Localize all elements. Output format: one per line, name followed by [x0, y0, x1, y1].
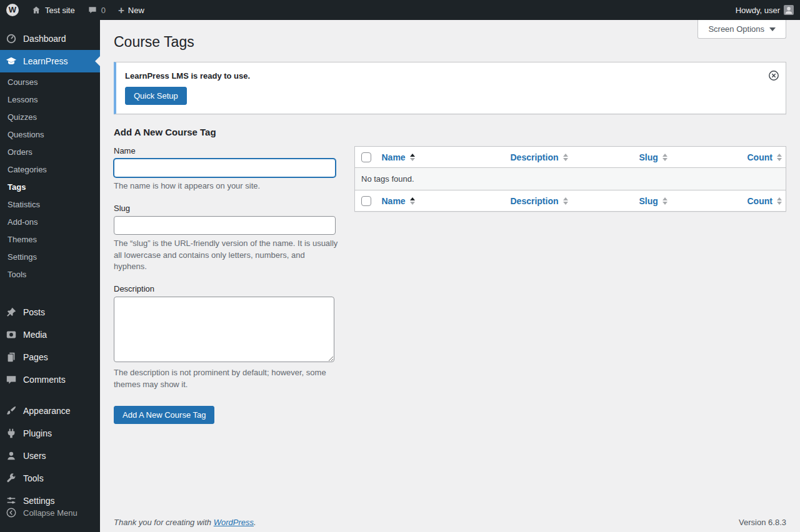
- page-title: Course Tags: [114, 20, 786, 58]
- home-icon: [31, 5, 41, 15]
- wordpress-logo-menu[interactable]: W: [0, 0, 25, 20]
- sidebar-item-label: Posts: [23, 307, 45, 317]
- column-footer-description: Description: [511, 196, 559, 206]
- submenu-item-categories[interactable]: Categories: [0, 161, 100, 179]
- add-tag-heading: Add A New Course Tag: [114, 127, 786, 137]
- submenu-item-settings[interactable]: Settings: [0, 249, 100, 266]
- tag-name-input[interactable]: [114, 159, 336, 177]
- site-name-link[interactable]: Test site: [25, 0, 81, 20]
- tag-slug-input[interactable]: [114, 216, 336, 235]
- sort-by-slug-link[interactable]: Slug: [639, 152, 668, 162]
- new-label: New: [128, 6, 144, 15]
- sidebar-item-dashboard[interactable]: Dashboard: [0, 27, 100, 50]
- sidebar-item-label: Media: [23, 330, 47, 340]
- sidebar-item-label: Tools: [23, 473, 44, 483]
- footer-thanks-text: Thank you for creating with WordPress.: [114, 518, 256, 527]
- sidebar-item-label: Pages: [23, 352, 48, 362]
- sidebar-item-plugins[interactable]: Plugins: [0, 422, 100, 445]
- notice-message: LearnPress LMS is ready to use.: [125, 71, 761, 81]
- sidebar-item-learnpress[interactable]: LearnPress: [0, 50, 100, 72]
- dismiss-notice-button[interactable]: [767, 69, 781, 82]
- sidebar-item-appearance[interactable]: Appearance: [0, 400, 100, 422]
- menu-separator: [0, 292, 100, 301]
- submenu-item-courses[interactable]: Courses: [0, 74, 100, 91]
- collapse-menu-button[interactable]: Collapse Menu: [0, 502, 100, 523]
- submenu-item-quizzes[interactable]: Quizzes: [0, 109, 100, 126]
- posts-pin-icon: [5, 306, 18, 318]
- close-icon: [768, 70, 779, 81]
- submenu-item-addons[interactable]: Add-ons: [0, 214, 100, 231]
- sidebar-item-users[interactable]: Users: [0, 445, 100, 467]
- table-header-row: Name Description Slug: [355, 146, 786, 167]
- tags-table-wrap: Name Description Slug: [354, 146, 786, 212]
- name-sort-indicator-icon: [410, 197, 415, 205]
- plus-icon: +: [118, 5, 124, 16]
- dashboard-icon: [5, 32, 18, 45]
- sidebar-item-label: Comments: [23, 375, 66, 385]
- footer-thanks-prefix: Thank you for creating with: [114, 518, 214, 527]
- sort-by-name-link[interactable]: Name: [382, 152, 415, 162]
- sort-by-count-link[interactable]: Count: [748, 152, 782, 162]
- name-help-text: The name is how it appears on your site.: [114, 180, 339, 192]
- slug-label: Slug: [114, 204, 339, 213]
- slug-help-text: The “slug” is the URL-friendly version o…: [114, 238, 339, 273]
- sort-by-count-link-bottom[interactable]: Count: [748, 196, 782, 206]
- submenu-item-themes[interactable]: Themes: [0, 231, 100, 249]
- sidebar-item-label: Users: [23, 451, 46, 461]
- count-sort-indicator-icon: [777, 197, 782, 205]
- sort-by-description-link[interactable]: Description: [511, 152, 568, 162]
- add-tag-form: Name The name is how it appears on your …: [114, 146, 339, 424]
- sort-by-slug-link-bottom[interactable]: Slug: [639, 196, 668, 206]
- tag-description-textarea[interactable]: [114, 297, 334, 362]
- description-label: Description: [114, 284, 339, 293]
- column-footer-slug: Slug: [639, 196, 658, 206]
- admin-bar: W Test site 0 + New Howdy, user: [0, 0, 800, 20]
- select-all-checkbox-bottom[interactable]: [361, 196, 371, 206]
- sidebar-item-comments[interactable]: Comments: [0, 368, 100, 391]
- new-content-menu[interactable]: + New: [112, 0, 151, 20]
- sidebar-item-label: LearnPress: [23, 56, 68, 66]
- collapse-arrow-icon: [5, 507, 18, 518]
- wordpress-link[interactable]: WordPress: [214, 518, 254, 527]
- comments-bubble-icon: [88, 5, 98, 15]
- my-account-menu[interactable]: Howdy, user: [729, 0, 800, 20]
- quick-setup-button[interactable]: Quick Setup: [125, 87, 187, 105]
- add-tag-submit-button[interactable]: Add A New Course Tag: [114, 406, 214, 424]
- sidebar-item-label: Plugins: [23, 428, 52, 438]
- column-footer-count: Count: [748, 196, 772, 206]
- admin-sidebar: Dashboard LearnPress Courses Lessons Qui…: [0, 20, 100, 532]
- comments-menu[interactable]: 0: [81, 0, 112, 20]
- learnpress-submenu: Courses Lessons Quizzes Questions Orders…: [0, 72, 100, 288]
- admin-footer: Thank you for creating with WordPress. V…: [114, 518, 786, 527]
- version-label: Version 6.8.3: [739, 518, 786, 527]
- submenu-item-statistics[interactable]: Statistics: [0, 196, 100, 214]
- submenu-item-orders[interactable]: Orders: [0, 144, 100, 161]
- table-footer-row: Name Description Slug: [355, 190, 786, 212]
- comments-count: 0: [101, 6, 106, 15]
- pages-icon: [5, 351, 18, 363]
- slug-sort-indicator-icon: [662, 197, 668, 205]
- menu-separator: [0, 391, 100, 400]
- sidebar-item-posts[interactable]: Posts: [0, 301, 100, 323]
- howdy-label: Howdy, user: [736, 6, 780, 15]
- column-header-name: Name: [382, 152, 406, 162]
- sort-by-name-link-bottom[interactable]: Name: [382, 196, 415, 206]
- select-all-checkbox[interactable]: [361, 152, 371, 162]
- chevron-down-icon: [769, 27, 776, 31]
- main-content: Screen Options Course Tags LearnPress LM…: [100, 20, 800, 532]
- description-help-text: The description is not prominent by defa…: [114, 367, 339, 391]
- submenu-item-tags[interactable]: Tags: [0, 179, 100, 196]
- sidebar-item-media[interactable]: Media: [0, 323, 100, 346]
- appearance-brush-icon: [5, 405, 18, 417]
- screen-options-button[interactable]: Screen Options: [698, 20, 786, 39]
- users-icon: [5, 450, 18, 462]
- tools-wrench-icon: [5, 472, 18, 485]
- sidebar-item-tools[interactable]: Tools: [0, 467, 100, 490]
- count-sort-indicator-icon: [777, 154, 782, 161]
- column-header-slug: Slug: [639, 152, 658, 162]
- submenu-item-tools[interactable]: Tools: [0, 266, 100, 283]
- submenu-item-questions[interactable]: Questions: [0, 126, 100, 144]
- submenu-item-lessons[interactable]: Lessons: [0, 91, 100, 109]
- sidebar-item-pages[interactable]: Pages: [0, 346, 100, 368]
- sort-by-description-link-bottom[interactable]: Description: [511, 196, 568, 206]
